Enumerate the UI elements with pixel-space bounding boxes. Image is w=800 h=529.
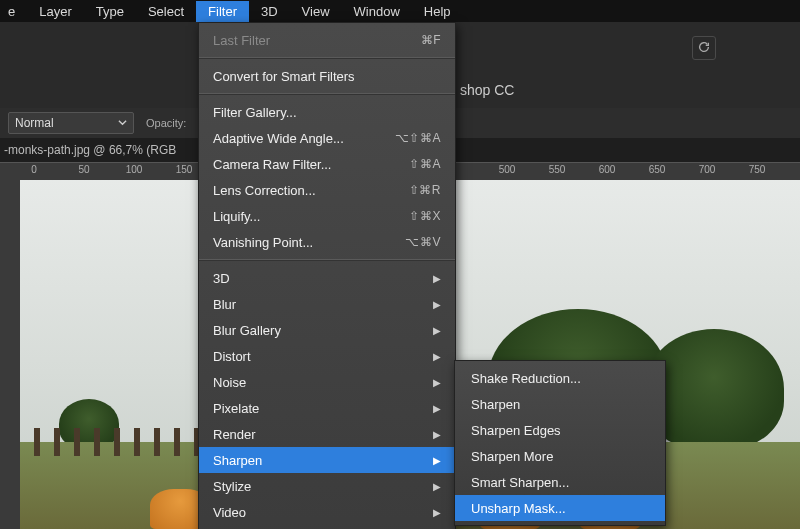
menubar-item-help[interactable]: Help [412, 1, 463, 22]
menu-separator [199, 93, 455, 95]
menu-item-camera-raw[interactable]: Camera Raw Filter... ⇧⌘A [199, 151, 455, 177]
menu-item-stylize[interactable]: Stylize ▶ [199, 473, 455, 499]
submenu-item-smart-sharpen[interactable]: Smart Sharpen... [455, 469, 665, 495]
menu-separator [199, 57, 455, 59]
chevron-right-icon: ▶ [433, 377, 441, 388]
menu-item-lens-correction[interactable]: Lens Correction... ⇧⌘R [199, 177, 455, 203]
blend-mode-value: Normal [15, 116, 54, 130]
chevron-right-icon: ▶ [433, 299, 441, 310]
opacity-label: Opacity: [146, 117, 186, 129]
menu-item-vanishing-point[interactable]: Vanishing Point... ⌥⌘V [199, 229, 455, 255]
menu-item-3d[interactable]: 3D ▶ [199, 265, 455, 291]
app-root: e Layer Type Select Filter 3D View Windo… [0, 0, 800, 529]
menu-item-render[interactable]: Render ▶ [199, 421, 455, 447]
chevron-right-icon: ▶ [433, 351, 441, 362]
sharpen-submenu: Shake Reduction... Sharpen Sharpen Edges… [454, 360, 666, 526]
menu-item-blur-gallery[interactable]: Blur Gallery ▶ [199, 317, 455, 343]
menubar-item-select[interactable]: Select [136, 1, 196, 22]
menubar-item-view[interactable]: View [290, 1, 342, 22]
chevron-right-icon: ▶ [433, 507, 441, 518]
refresh-icon [697, 40, 711, 57]
ruler-number: 650 [649, 164, 666, 175]
menubar-item-window[interactable]: Window [342, 1, 412, 22]
menu-item-filter-gallery[interactable]: Filter Gallery... [199, 99, 455, 125]
submenu-item-shake-reduction[interactable]: Shake Reduction... [455, 365, 665, 391]
menu-item-pixelate[interactable]: Pixelate ▶ [199, 395, 455, 421]
menubar: e Layer Type Select Filter 3D View Windo… [0, 0, 800, 22]
filter-menu: Last Filter ⌘F Convert for Smart Filters… [198, 22, 456, 529]
ruler-number: 0 [31, 164, 37, 175]
menu-item-noise[interactable]: Noise ▶ [199, 369, 455, 395]
ruler-number: 600 [599, 164, 616, 175]
menu-item-other[interactable]: Other ▶ [199, 525, 455, 529]
menu-separator [199, 259, 455, 261]
menubar-item-partial[interactable]: e [2, 1, 27, 22]
menu-item-adaptive-wide-angle[interactable]: Adaptive Wide Angle... ⌥⇧⌘A [199, 125, 455, 151]
chevron-right-icon: ▶ [433, 455, 441, 466]
menubar-item-3d[interactable]: 3D [249, 1, 290, 22]
ruler-number: 50 [78, 164, 89, 175]
menubar-item-filter[interactable]: Filter [196, 1, 249, 22]
ruler-number: 750 [749, 164, 766, 175]
submenu-item-sharpen-edges[interactable]: Sharpen Edges [455, 417, 665, 443]
menu-item-video[interactable]: Video ▶ [199, 499, 455, 525]
menu-item-distort[interactable]: Distort ▶ [199, 343, 455, 369]
chevron-right-icon: ▶ [433, 481, 441, 492]
chevron-down-icon [118, 116, 127, 130]
chevron-right-icon: ▶ [433, 325, 441, 336]
blend-mode-select[interactable]: Normal [8, 112, 134, 134]
chevron-right-icon: ▶ [433, 403, 441, 414]
menu-item-blur[interactable]: Blur ▶ [199, 291, 455, 317]
menubar-item-type[interactable]: Type [84, 1, 136, 22]
menu-item-convert-smart-filters[interactable]: Convert for Smart Filters [199, 63, 455, 89]
refresh-button[interactable] [692, 36, 716, 60]
ruler-number: 500 [499, 164, 516, 175]
ruler-number: 700 [699, 164, 716, 175]
menubar-item-layer[interactable]: Layer [27, 1, 84, 22]
submenu-item-sharpen-more[interactable]: Sharpen More [455, 443, 665, 469]
menu-item-last-filter: Last Filter ⌘F [199, 27, 455, 53]
ruler-number: 550 [549, 164, 566, 175]
menu-item-sharpen[interactable]: Sharpen ▶ [199, 447, 455, 473]
document-tab-label: -monks-path.jpg @ 66,7% (RGB [4, 143, 176, 157]
submenu-item-unsharp-mask[interactable]: Unsharp Mask... [455, 495, 665, 521]
submenu-item-sharpen[interactable]: Sharpen [455, 391, 665, 417]
app-title-partial: shop CC [460, 82, 514, 98]
ruler-number: 150 [176, 164, 193, 175]
vertical-ruler [0, 180, 21, 529]
chevron-right-icon: ▶ [433, 429, 441, 440]
menu-item-liquify[interactable]: Liquify... ⇧⌘X [199, 203, 455, 229]
ruler-number: 100 [126, 164, 143, 175]
chevron-right-icon: ▶ [433, 273, 441, 284]
